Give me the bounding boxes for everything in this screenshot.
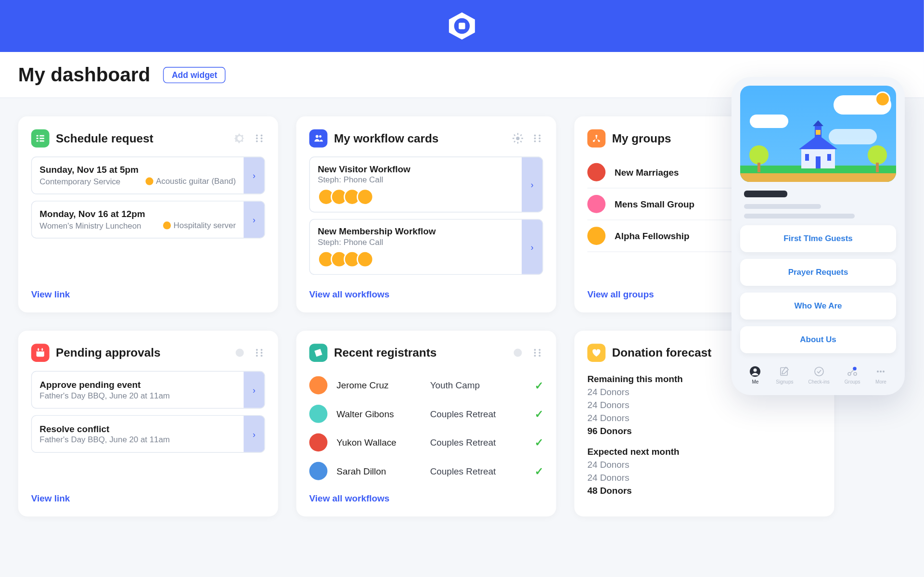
- svg-point-24: [595, 135, 597, 137]
- nav-button-first-time-guests[interactable]: First TIme Guests: [740, 225, 896, 252]
- schedule-item[interactable]: Monday, Nov 16 at 12pm Women's Ministry …: [31, 201, 265, 238]
- registrant-row[interactable]: Walter GibonsCouples Retreat✓: [309, 399, 543, 428]
- tab-checkins[interactable]: Check-ins: [808, 366, 829, 385]
- gear-icon[interactable]: [512, 132, 524, 144]
- drag-handle-icon[interactable]: [531, 132, 543, 144]
- approval-item[interactable]: Approve pending eventFather's Day BBQ, J…: [31, 371, 265, 409]
- open-button[interactable]: ›: [244, 202, 264, 238]
- view-all-workflows-link[interactable]: View all workflows: [309, 282, 543, 300]
- person-icon: [749, 366, 761, 377]
- app-logo: [446, 11, 477, 42]
- approval-item[interactable]: Resolve conflictFather's Day BBQ, June 2…: [31, 415, 265, 453]
- registrant-row[interactable]: Yukon WallaceCouples Retreat✓: [309, 428, 543, 457]
- svg-point-51: [539, 355, 540, 357]
- view-all-link[interactable]: View all workflows: [309, 485, 543, 503]
- svg-point-47: [539, 349, 540, 351]
- svg-point-13: [256, 141, 258, 142]
- open-button[interactable]: ›: [522, 157, 542, 212]
- expected-heading: Expected next month: [587, 446, 821, 457]
- workflow-item[interactable]: New Visitor Workflow Steph: Phone Call ›: [309, 156, 543, 212]
- card-title: Recent registrants: [334, 346, 512, 359]
- nav-button-prayer-requests[interactable]: Prayer Requets: [740, 259, 896, 286]
- svg-point-9: [256, 135, 258, 137]
- svg-point-46: [534, 349, 536, 351]
- svg-point-60: [749, 145, 769, 165]
- svg-rect-61: [757, 163, 760, 172]
- view-link[interactable]: View link: [31, 485, 265, 503]
- svg-rect-5: [37, 138, 38, 139]
- svg-rect-57: [816, 156, 821, 168]
- avatar: [309, 433, 328, 451]
- drag-handle-icon[interactable]: [254, 347, 265, 359]
- gear-icon[interactable]: [234, 347, 245, 359]
- schedule-item[interactable]: Sunday, Nov 15 at 5pm Contemporary Servi…: [31, 156, 265, 194]
- card-schedule-request: Schedule request Sunday, Nov 15 at 5pm C…: [18, 116, 278, 313]
- content-skeleton: [744, 191, 892, 218]
- registrant-row[interactable]: Jerome CruzYouth Camp✓: [309, 371, 543, 399]
- tab-signups[interactable]: Signups: [776, 366, 793, 385]
- svg-rect-6: [39, 138, 44, 139]
- svg-point-68: [848, 372, 851, 375]
- svg-rect-36: [38, 348, 39, 351]
- svg-point-48: [534, 352, 536, 354]
- nav-button-who-we-are[interactable]: Who We Are: [740, 293, 896, 320]
- avatar: [309, 405, 328, 423]
- tree-icon: [747, 144, 771, 173]
- card-title: Schedule request: [56, 131, 234, 145]
- church-icon: [792, 120, 845, 173]
- avatar: [309, 462, 328, 480]
- member-avatars: [318, 251, 514, 268]
- svg-point-65: [754, 369, 757, 372]
- chevron-right-icon: ›: [253, 385, 256, 395]
- more-icon: [875, 366, 886, 377]
- svg-point-12: [261, 138, 263, 140]
- svg-rect-4: [39, 135, 44, 137]
- gear-icon[interactable]: [512, 347, 524, 359]
- tab-me[interactable]: Me: [749, 366, 761, 385]
- gear-icon[interactable]: [234, 132, 245, 144]
- view-link[interactable]: View link: [31, 282, 265, 300]
- svg-point-38: [236, 349, 244, 357]
- open-button[interactable]: ›: [244, 157, 264, 194]
- heart-icon: [587, 344, 605, 362]
- avatar: [587, 227, 605, 245]
- svg-point-73: [883, 371, 885, 372]
- card-approvals: Pending approvals Approve pending eventF…: [18, 331, 278, 516]
- add-widget-button[interactable]: Add widget: [163, 66, 226, 83]
- avatar: [587, 195, 605, 213]
- svg-point-41: [256, 352, 258, 354]
- groups-nav-icon: [847, 366, 858, 377]
- people-icon: [309, 129, 328, 148]
- svg-point-70: [853, 367, 856, 370]
- member-avatars: [318, 189, 514, 205]
- workflow-item[interactable]: New Membership Workflow Steph: Phone Cal…: [309, 219, 543, 275]
- profile-avatar[interactable]: [875, 91, 890, 107]
- open-button[interactable]: ›: [522, 219, 542, 274]
- open-button[interactable]: ›: [244, 372, 264, 408]
- svg-marker-55: [813, 120, 823, 126]
- svg-point-71: [877, 371, 879, 372]
- tab-more[interactable]: More: [875, 366, 886, 385]
- svg-point-39: [256, 349, 258, 351]
- chevron-right-icon: ›: [531, 242, 534, 252]
- svg-point-10: [261, 135, 263, 137]
- svg-point-67: [815, 367, 823, 376]
- groups-icon: [587, 129, 605, 148]
- svg-point-18: [534, 135, 536, 137]
- registrant-row[interactable]: Sarah DillonCouples Retreat✓: [309, 457, 543, 485]
- svg-point-42: [261, 352, 263, 354]
- nav-button-about-us[interactable]: About Us: [740, 326, 896, 353]
- svg-rect-58: [805, 154, 809, 161]
- top-bar: [0, 0, 924, 52]
- drag-handle-icon[interactable]: [254, 132, 265, 144]
- avatar: [309, 376, 328, 395]
- page-title: My dashboard: [18, 64, 151, 86]
- svg-point-22: [534, 141, 536, 142]
- svg-point-11: [256, 138, 258, 140]
- svg-rect-3: [37, 135, 38, 137]
- tab-groups[interactable]: Groups: [845, 366, 860, 385]
- drag-handle-icon[interactable]: [531, 347, 543, 359]
- svg-point-14: [261, 141, 263, 142]
- svg-point-50: [534, 355, 536, 357]
- open-button[interactable]: ›: [244, 416, 264, 452]
